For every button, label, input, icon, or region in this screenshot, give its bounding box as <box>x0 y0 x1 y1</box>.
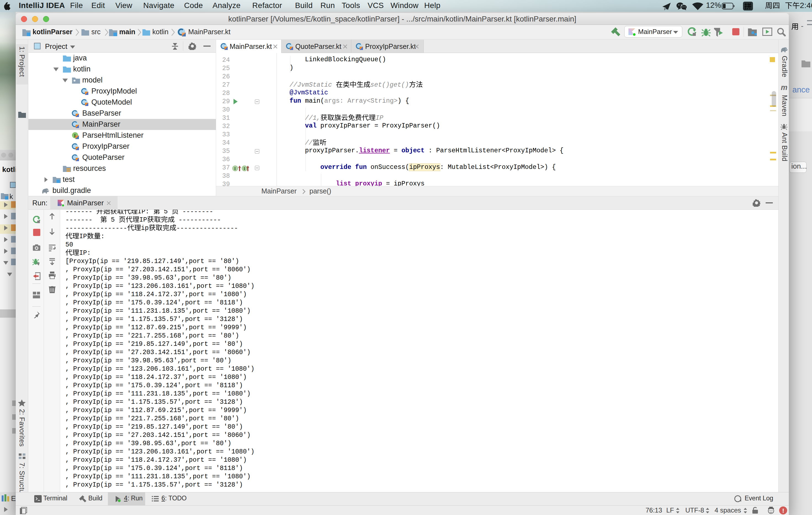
svg-text:P: P <box>664 7 666 10</box>
svg-text:I: I <box>234 166 236 171</box>
svg-text:I: I <box>244 166 245 171</box>
